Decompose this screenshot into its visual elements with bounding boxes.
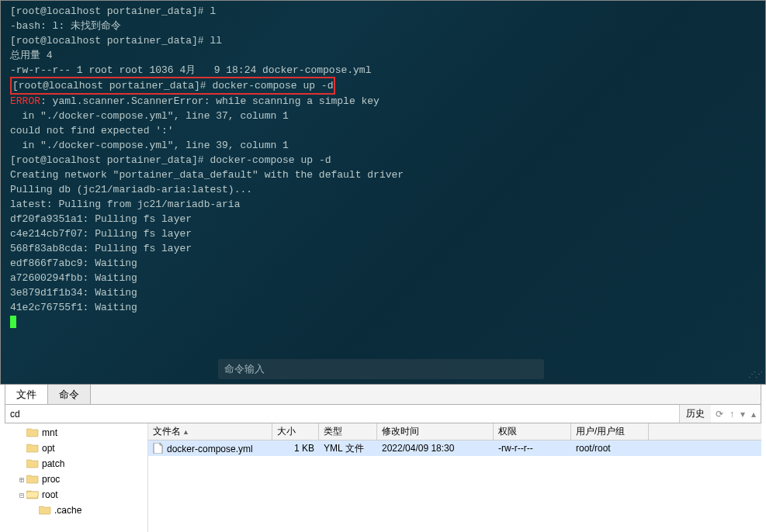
file-size-cell: 1 KB [272,442,319,454]
highlighted-command: [root@localhost portainer_data]# docker-… [10,77,335,95]
terminal-line: -bash: l: 未找到命令 [10,19,756,33]
terminal-line: [root@localhost portainer_data]# l [10,4,756,19]
tree-item-label: root [42,489,58,500]
col-header-perm[interactable]: 权限 [494,423,571,440]
tree-item-proc[interactable]: ⊞proc [5,472,147,487]
tree-expander[interactable]: ⊞ [17,475,26,484]
terminal-line: [root@localhost portainer_data]# ll [10,33,756,48]
up-dir-icon[interactable]: ↑ [730,409,734,420]
upload-icon[interactable]: ▴ [751,409,756,420]
terminal-line: 3e879d1f1b34: Waiting [10,285,756,300]
tree-item-mnt[interactable]: mnt [5,425,147,440]
folder-icon [26,489,42,502]
tree-item-root[interactable]: ⊟root [5,487,147,503]
terminal-line: Creating network "portainer_data_default… [10,168,756,182]
terminal-line: edf866f7abc9: Waiting [10,256,756,271]
file-mtime-cell: 2022/04/09 18:30 [377,442,494,454]
resize-grip[interactable]: ⋰⋰ [748,368,762,382]
refresh-icon[interactable]: ⟳ [716,409,723,420]
col-header-mtime[interactable]: 修改时间 [377,423,494,440]
terminal-line: could not find expected ':' [10,123,756,138]
tree-item-label: opt [42,443,55,454]
terminal-output: [root@localhost portainer_data]# l-bash:… [10,4,756,315]
tree-item-label: proc [42,474,60,485]
terminal-line: 41e2c76755f1: Waiting [10,300,756,315]
folder-tree[interactable]: mntoptpatch⊞proc⊟root.cache [5,423,148,532]
file-list-header: 文件名▲ 大小 类型 修改时间 权限 用户/用户组 [148,423,761,440]
terminal-pane[interactable]: [root@localhost portainer_data]# l-bash:… [0,0,766,385]
folder-icon [26,427,42,440]
folder-icon [26,458,42,471]
col-header-type[interactable]: 类型 [319,423,377,440]
file-type-cell: YML 文件 [319,441,377,456]
tree-item-label: .cache [54,505,81,516]
folder-icon [39,504,54,517]
terminal-line: latest: Pulling from jc21/mariadb-aria [10,197,756,212]
col-header-name[interactable]: 文件名▲ [148,423,272,440]
tree-item-label: mnt [42,427,57,438]
terminal-line: Pulling db (jc21/mariadb-aria:latest)... [10,182,756,197]
terminal-line: 568f83ab8cda: Pulling fs layer [10,241,756,256]
tree-item-label: patch [42,458,64,469]
file-row[interactable]: docker-compose.yml1 KBYML 文件2022/04/09 1… [148,440,761,456]
path-text[interactable]: cd [5,407,25,421]
folder-icon [26,442,42,455]
folder-icon [26,473,42,486]
command-input-placeholder: 命令输入 [224,364,265,375]
command-input-box[interactable]: 命令输入 [218,359,544,379]
sort-asc-icon: ▲ [182,428,189,436]
tree-item-.cache[interactable]: .cache [5,503,147,518]
terminal-line: 总用量 4 [10,48,756,63]
file-owner-cell: root/root [571,442,649,454]
tab-files[interactable]: 文件 [5,385,48,404]
file-name-cell: docker-compose.yml [148,442,272,455]
terminal-line: [root@localhost portainer_data]# docker-… [10,153,756,168]
tree-item-opt[interactable]: opt [5,440,147,456]
download-icon[interactable]: ▾ [740,409,745,420]
terminal-cursor [10,316,16,328]
terminal-line: in "./docker-compose.yml", line 37, colu… [10,109,756,123]
terminal-line: a72600294fbb: Waiting [10,271,756,285]
history-button[interactable]: 历史 [679,405,711,423]
terminal-line: ERROR: yaml.scanner.ScannerError: while … [10,94,756,109]
terminal-line: [root@localhost portainer_data]# docker-… [10,78,756,94]
file-list[interactable]: 文件名▲ 大小 类型 修改时间 权限 用户/用户组 docker-compose… [148,423,761,532]
file-perm-cell: -rw-r--r-- [494,442,571,454]
col-header-owner[interactable]: 用户/用户组 [571,423,649,440]
tree-item-patch[interactable]: patch [5,456,147,472]
path-toolbar-icons: ⟳ ↑ ▾ ▴ [711,409,761,420]
tree-expander[interactable]: ⊟ [17,491,26,499]
col-header-size[interactable]: 大小 [272,423,319,440]
lower-tabs-bar: 文件命令 [5,385,761,405]
terminal-line: df20fa9351a1: Pulling fs layer [10,212,756,226]
tab-commands[interactable]: 命令 [48,385,91,404]
terminal-line: in "./docker-compose.yml", line 39, colu… [10,138,756,153]
path-bar: cd 历史 ⟳ ↑ ▾ ▴ [5,405,761,423]
file-panel: mntoptpatch⊞proc⊟root.cache 文件名▲ 大小 类型 修… [5,423,761,532]
terminal-line: -rw-r--r-- 1 root root 1036 4月 9 18:24 d… [10,63,756,78]
terminal-line: c4e214cb7f07: Pulling fs layer [10,226,756,241]
